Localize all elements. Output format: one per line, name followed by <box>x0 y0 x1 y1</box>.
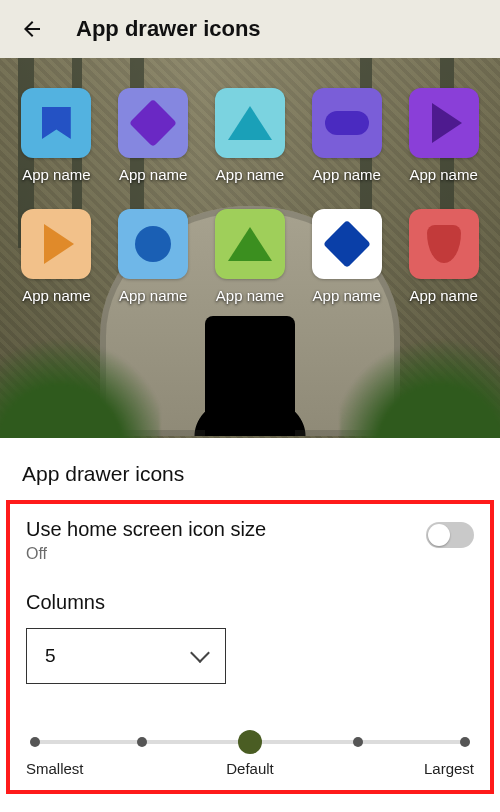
setting-text: Use home screen icon size Off <box>26 518 266 563</box>
app-label: App name <box>313 166 381 183</box>
app-label: App name <box>22 166 90 183</box>
app-icon[interactable]: App name <box>301 209 393 304</box>
settings-panel: Use home screen icon size Off Columns 5 … <box>6 500 494 794</box>
app-label: App name <box>313 287 381 304</box>
slider-tick <box>353 737 363 747</box>
triangle-icon <box>228 227 272 261</box>
section-title: App drawer icons <box>0 438 500 500</box>
app-icon[interactable]: App name <box>107 209 199 304</box>
app-tile <box>215 209 285 279</box>
back-button[interactable] <box>14 11 50 47</box>
chevron-down-icon <box>190 643 210 663</box>
app-label: App name <box>216 287 284 304</box>
app-tile <box>312 88 382 158</box>
app-label: App name <box>409 166 477 183</box>
diamond-icon <box>323 220 371 268</box>
app-icon[interactable]: App name <box>10 88 102 183</box>
columns-label: Columns <box>26 591 474 614</box>
slider-tick <box>30 737 40 747</box>
app-icon[interactable]: App name <box>10 209 102 304</box>
app-label: App name <box>22 287 90 304</box>
icon-row: App nameApp nameApp nameApp nameApp name <box>8 209 492 304</box>
app-tile <box>118 88 188 158</box>
setting-value: Off <box>26 545 266 563</box>
preview-area: App nameApp nameApp nameApp nameApp name… <box>0 58 500 438</box>
slider-tick <box>137 737 147 747</box>
app-tile <box>215 88 285 158</box>
play-icon <box>44 224 74 264</box>
header-title: App drawer icons <box>76 16 261 42</box>
arrow-left-icon <box>20 17 44 41</box>
app-icon[interactable]: App name <box>204 88 296 183</box>
switch-use-home-size[interactable] <box>426 522 474 548</box>
app-icon[interactable]: App name <box>301 88 393 183</box>
app-icon[interactable]: App name <box>204 209 296 304</box>
diamond-icon <box>129 99 177 147</box>
bookmark-icon <box>38 107 74 139</box>
app-icon[interactable]: App name <box>398 88 490 183</box>
icon-grid: App nameApp nameApp nameApp nameApp name… <box>0 58 500 438</box>
app-tile <box>409 209 479 279</box>
app-tile <box>118 209 188 279</box>
triangle-icon <box>228 106 272 140</box>
slider-label-mid: Default <box>226 760 274 777</box>
app-icon[interactable]: App name <box>107 88 199 183</box>
app-tile <box>21 209 91 279</box>
app-tile <box>409 88 479 158</box>
columns-select[interactable]: 5 <box>26 628 226 684</box>
slider-labels: Smallest Default Largest <box>26 760 474 777</box>
setting-label: Use home screen icon size <box>26 518 266 541</box>
app-label: App name <box>119 166 187 183</box>
play-icon <box>432 103 462 143</box>
app-label: App name <box>216 166 284 183</box>
app-label: App name <box>409 287 477 304</box>
setting-use-home-size[interactable]: Use home screen icon size Off <box>26 518 474 563</box>
icon-size-slider[interactable]: Smallest Default Largest <box>26 724 474 784</box>
app-icon[interactable]: App name <box>398 209 490 304</box>
circle-icon <box>135 226 171 262</box>
app-tile <box>21 88 91 158</box>
icon-row: App nameApp nameApp nameApp nameApp name <box>8 88 492 183</box>
slider-label-min: Smallest <box>26 760 84 777</box>
columns-value: 5 <box>45 645 56 667</box>
slider-label-max: Largest <box>424 760 474 777</box>
slider-thumb[interactable] <box>238 730 262 754</box>
pill-icon <box>325 111 369 135</box>
header: App drawer icons <box>0 0 500 58</box>
app-label: App name <box>119 287 187 304</box>
app-tile <box>312 209 382 279</box>
slider-tick <box>460 737 470 747</box>
shield-icon <box>427 225 461 263</box>
